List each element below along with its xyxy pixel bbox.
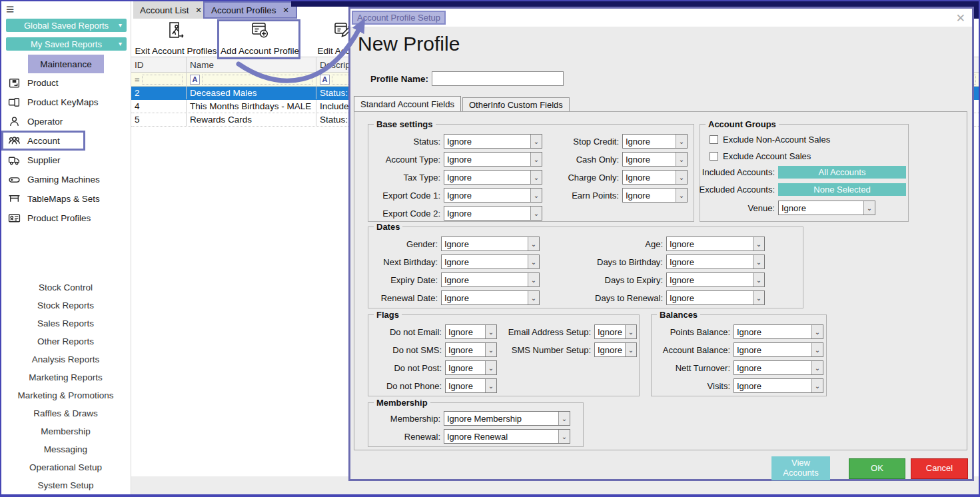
chevron-down-icon: ⌄ <box>863 201 875 215</box>
tab-otherinfo-custom-fields[interactable]: OtherInfo Custom Fields <box>462 97 570 111</box>
chevron-down-icon: ⌄ <box>676 171 687 184</box>
tab-account-profiles[interactable]: Account Profiles ✕ <box>203 1 297 19</box>
toolbar-button-label: Exit Account Profiles <box>135 46 217 56</box>
nav-item[interactable]: Marketing & Promotions <box>0 386 131 404</box>
field-row: Membership: Ignore Membership ⌄ <box>374 411 570 426</box>
tab-standard-account-fields[interactable]: Standard Account Fields <box>354 96 461 111</box>
dropdown[interactable]: Ignore ⌄ <box>734 324 823 339</box>
dropdown[interactable]: Ignore ⌄ <box>666 254 765 269</box>
sidebar-item-supplier[interactable]: Supplier <box>0 151 131 170</box>
dropdown[interactable]: Ignore ⌄ <box>594 342 637 357</box>
nav-item[interactable]: Messaging <box>0 440 131 458</box>
dropdown[interactable]: Ignore ⌄ <box>734 360 823 375</box>
dropdown[interactable]: Ignore ⌄ <box>444 134 542 149</box>
chevron-down-icon: ⌄ <box>676 189 687 202</box>
dropdown[interactable]: Ignore ⌄ <box>441 254 540 269</box>
dropdown[interactable]: Ignore ⌄ <box>734 378 823 393</box>
sidebar-item-product-keymaps[interactable]: Product KeyMaps <box>0 93 131 112</box>
dropdown[interactable]: Ignore Membership ⌄ <box>444 411 570 426</box>
cancel-button[interactable]: Cancel <box>911 458 968 479</box>
field-row: Cash Only: Ignore ⌄ <box>560 152 688 167</box>
maintenance-button[interactable]: Maintenance <box>28 55 104 73</box>
dropdown[interactable]: Ignore ⌄ <box>622 152 688 167</box>
exit-door-icon <box>166 20 186 40</box>
close-icon[interactable]: ✕ <box>283 6 289 15</box>
exit-account-profiles-button[interactable]: Exit Account Profiles <box>132 20 220 56</box>
nav-item[interactable]: Operational Setup <box>0 458 131 476</box>
close-icon[interactable]: ✕ <box>196 6 202 15</box>
dropdown[interactable]: Ignore ⌄ <box>622 188 688 203</box>
sidebar-item-operator[interactable]: Operator <box>0 112 131 131</box>
dropdown[interactable]: Ignore ⌄ <box>445 324 497 339</box>
cell-name: This Months Birthdays - MALE <box>187 100 316 113</box>
included-accounts-button[interactable]: All Accounts <box>778 166 906 179</box>
hamburger-menu-icon[interactable]: ≡ <box>6 1 14 17</box>
nav-item[interactable]: Stock Reports <box>0 296 131 314</box>
person-icon <box>8 115 21 128</box>
keymap-icon <box>8 96 21 109</box>
nav-item[interactable]: Raffles & Draws <box>0 404 131 422</box>
dropdown[interactable]: Ignore ⌄ <box>444 170 542 185</box>
caret-down-icon: ▾ <box>119 21 122 29</box>
filter-cell-id[interactable]: = <box>131 73 187 86</box>
nav-item[interactable]: Analysis Reports <box>0 350 131 368</box>
dropdown[interactable]: Ignore ⌄ <box>666 272 765 287</box>
nav-item[interactable]: Sales Reports <box>0 314 131 332</box>
chevron-down-icon: ⌄ <box>528 255 539 268</box>
checkbox-unchecked[interactable] <box>710 152 718 161</box>
dropdown[interactable]: Ignore ⌄ <box>444 152 542 167</box>
dropdown[interactable]: Ignore ⌄ <box>445 360 497 375</box>
dropdown[interactable]: Ignore ⌄ <box>444 206 542 221</box>
field-row: Next Birthday: Ignore ⌄ <box>374 254 540 269</box>
profile-name-input[interactable] <box>432 71 564 86</box>
dialog-titlebar[interactable]: Account Profile Setup ✕ <box>350 9 972 27</box>
dropdown[interactable]: Ignore ⌄ <box>441 290 540 305</box>
dropdown[interactable]: Ignore ⌄ <box>594 324 637 339</box>
dropdown[interactable]: Ignore ⌄ <box>445 342 497 357</box>
dropdown[interactable]: Ignore ⌄ <box>622 134 688 149</box>
dropdown[interactable]: Ignore ⌄ <box>441 237 540 251</box>
my-saved-reports-button[interactable]: My Saved Reports ▾ <box>6 37 127 51</box>
excluded-accounts-button[interactable]: None Selected <box>778 183 906 196</box>
checkbox-row[interactable]: Exclude Non-Account Sales <box>710 133 830 147</box>
nav-item[interactable]: Other Reports <box>0 332 131 350</box>
dropdown[interactable]: Ignore ⌄ <box>666 237 765 251</box>
view-accounts-button[interactable]: View Accounts <box>771 456 830 480</box>
checkbox-row[interactable]: Exclude Account Sales <box>710 149 830 163</box>
field-label: Email Address Setup: <box>499 327 591 337</box>
sidebar-item-account[interactable]: Account <box>0 131 131 151</box>
dropdown[interactable]: Ignore ⌄ <box>445 378 497 393</box>
dialog-title: Account Profile Setup <box>352 11 446 25</box>
venue-dropdown[interactable]: Ignore ⌄ <box>778 201 875 215</box>
column-header-id[interactable]: ID <box>131 57 187 72</box>
global-saved-reports-button[interactable]: Global Saved Reports ▾ <box>6 19 127 32</box>
dropdown[interactable]: Ignore ⌄ <box>441 272 540 287</box>
chevron-down-icon: ⌄ <box>558 412 570 425</box>
filter-cell-name[interactable]: A <box>187 73 316 86</box>
dropdown[interactable]: Ignore ⌄ <box>734 342 823 357</box>
sidebar-item-label: Gaming Machines <box>27 175 100 185</box>
nav-item[interactable]: Membership <box>0 422 131 440</box>
column-header-name[interactable]: Name <box>187 57 316 72</box>
dropdown[interactable]: Ignore Renewal ⌄ <box>444 429 570 444</box>
chevron-down-icon: ⌄ <box>530 171 542 184</box>
dropdown[interactable]: Ignore ⌄ <box>622 170 688 185</box>
sidebar-item-product[interactable]: Product <box>0 73 131 93</box>
add-account-profile-button[interactable]: Add Account Profile <box>220 20 300 56</box>
dropdown[interactable]: Ignore ⌄ <box>444 188 542 203</box>
dropdown[interactable]: Ignore ⌄ <box>666 290 765 305</box>
nav-item[interactable]: Marketing Reports <box>0 368 131 386</box>
tab-account-list[interactable]: Account List ✕ <box>133 1 209 19</box>
field-row: Stop Credit: Ignore ⌄ <box>560 134 688 149</box>
checkbox-unchecked[interactable] <box>710 135 718 144</box>
sidebar-item-gaming-machines[interactable]: Gaming Machines <box>0 170 131 189</box>
group-dates: Dates Gender: Ignore ⌄ Next Bir <box>368 227 803 308</box>
sidebar-item-product-profiles[interactable]: Product Profiles <box>0 209 131 228</box>
sidebar-item-tablemaps[interactable]: TableMaps & Sets <box>0 189 131 209</box>
nav-item-label: Operational Setup <box>29 462 102 472</box>
dialog-close-icon[interactable]: ✕ <box>956 11 965 25</box>
field-row: Nett Turnover: Ignore ⌄ <box>652 360 823 375</box>
ok-button[interactable]: OK <box>849 458 905 479</box>
nav-item[interactable]: System Setup <box>0 476 131 494</box>
nav-item[interactable]: Stock Control <box>0 278 131 296</box>
